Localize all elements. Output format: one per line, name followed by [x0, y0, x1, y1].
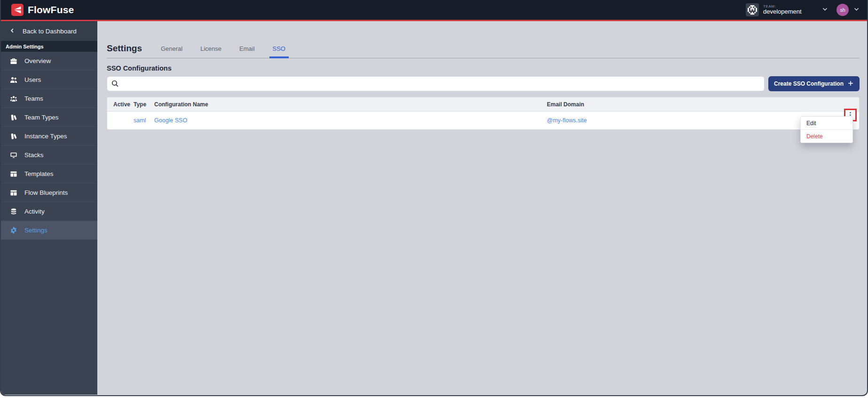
table-row[interactable]: saml Google SSO @my-flows.site	[107, 111, 859, 129]
brand-name: FlowFuse	[28, 4, 74, 16]
sidebar-item-settings[interactable]: Settings	[1, 221, 97, 240]
column-header-email-domain: Email Domain	[547, 101, 835, 108]
sidebar-item-label: Stacks	[24, 151, 44, 159]
monitor-icon	[10, 151, 17, 159]
sidebar-item-label: Flow Blueprints	[24, 189, 68, 196]
sidebar-item-label: Overview	[24, 57, 51, 64]
tab-license[interactable]: License	[200, 45, 221, 58]
sidebar-item-instance-types[interactable]: Instance Types	[1, 127, 97, 146]
table-icon	[10, 170, 17, 178]
menu-item-delete[interactable]: Delete	[801, 130, 852, 143]
main-content: Settings General License Email SSO SSO C…	[97, 21, 867, 395]
chevron-down-icon	[822, 6, 828, 14]
column-header-configuration-name: Configuration Name	[154, 101, 547, 108]
create-sso-configuration-label: Create SSO Configuration	[774, 80, 844, 87]
sidebar-item-label: Instance Types	[24, 133, 67, 140]
sidebar-item-label: Settings	[24, 227, 47, 234]
sidebar-item-label: Templates	[24, 170, 54, 177]
menu-item-edit[interactable]: Edit	[801, 117, 852, 129]
user-avatar: sh	[836, 4, 849, 16]
settings-tabs: General License Email SSO	[161, 45, 285, 58]
sidebar-item-label: Users	[24, 76, 41, 83]
database-icon	[10, 208, 17, 215]
sidebar-item-team-types[interactable]: Team Types	[1, 108, 97, 127]
sidebar-item-flow-blueprints[interactable]: Flow Blueprints	[1, 183, 97, 202]
cell-configuration-name-link[interactable]: Google SSO	[154, 117, 547, 124]
admin-sidebar: Back to Dashboard Admin Settings Overvie…	[1, 21, 97, 395]
sidebar-item-overview[interactable]: Overview	[1, 52, 97, 71]
row-context-menu: Edit Delete	[800, 116, 853, 143]
sidebar-item-stacks[interactable]: Stacks	[1, 146, 97, 165]
column-header-active: Active	[107, 101, 134, 108]
gear-icon	[10, 227, 17, 234]
sidebar-item-label: Team Types	[24, 114, 59, 121]
section-title: SSO Configurations	[107, 64, 860, 72]
sso-configurations-table: Active Type Configuration Name Email Dom…	[107, 97, 860, 130]
team-selector[interactable]: TEAM: developement	[746, 3, 828, 16]
plus-icon	[847, 80, 854, 88]
back-to-dashboard-label: Back to Dashboard	[23, 28, 77, 35]
app-window: FlowFuse TEAM: developement	[0, 0, 868, 396]
table-icon	[10, 189, 17, 197]
team-avatar-icon	[746, 3, 759, 16]
tab-general[interactable]: General	[161, 45, 182, 58]
cell-type-link[interactable]: saml	[134, 117, 154, 124]
create-sso-configuration-button[interactable]: Create SSO Configuration	[768, 76, 860, 91]
sidebar-item-label: Activity	[24, 208, 45, 215]
search-icon	[111, 80, 119, 89]
user-menu[interactable]: sh	[836, 4, 860, 16]
cell-email-domain-link[interactable]: @my-flows.site	[547, 117, 835, 124]
chevron-left-icon	[9, 28, 15, 35]
page-title: Settings	[107, 43, 142, 58]
back-to-dashboard-button[interactable]: Back to Dashboard	[1, 21, 97, 41]
sidebar-section-label: Admin Settings	[1, 41, 97, 52]
sidebar-item-activity[interactable]: Activity	[1, 202, 97, 221]
team-name: developement	[763, 8, 818, 16]
search-input[interactable]	[107, 76, 765, 91]
versions-icon	[10, 114, 17, 121]
table-header-row: Active Type Configuration Name Email Dom…	[107, 97, 859, 111]
sidebar-item-label: Teams	[24, 95, 43, 102]
tab-email[interactable]: Email	[239, 45, 255, 58]
column-header-type: Type	[134, 101, 154, 108]
users-icon	[10, 76, 17, 84]
top-navbar: FlowFuse TEAM: developement	[1, 0, 867, 21]
sidebar-item-teams[interactable]: Teams	[1, 89, 97, 108]
user-group-icon	[10, 95, 17, 103]
settings-header: Settings General License Email SSO	[107, 43, 860, 58]
briefcase-icon	[10, 57, 17, 65]
chevron-down-icon	[853, 6, 860, 14]
versions-icon	[10, 133, 17, 140]
flowfuse-logo-icon	[11, 4, 24, 16]
tab-sso[interactable]: SSO	[269, 45, 289, 58]
sidebar-item-users[interactable]: Users	[1, 71, 97, 89]
toolbar: Create SSO Configuration	[107, 76, 860, 91]
sidebar-item-templates[interactable]: Templates	[1, 165, 97, 183]
brand[interactable]: FlowFuse	[11, 4, 74, 16]
